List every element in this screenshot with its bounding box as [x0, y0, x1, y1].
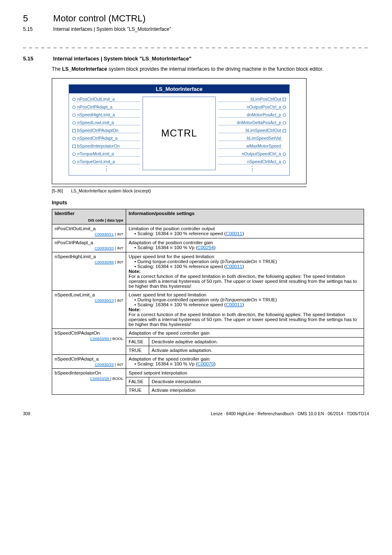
inline-link[interactable]: C00011: [226, 264, 242, 269]
info-cell-inner: Adaptation of the speed controller gainS…: [129, 356, 361, 366]
option-value-cell: Deactivate adaptive adaptation.: [149, 337, 364, 346]
figure-tag: [5-36]: [52, 188, 70, 193]
code-link[interactable]: C00833/28: [90, 376, 110, 381]
block-diagram-header: LS_MotorInterface: [69, 85, 289, 93]
info-bullets: During torque-controlled operation only …: [130, 297, 361, 307]
section-title: Internal interfaces | System block "LS_M…: [53, 56, 191, 62]
identifier-name: nSpeedLowLimit_a: [55, 292, 95, 297]
identifier-cell: nSpeedHighLimit_aC00830/88 | INT: [52, 252, 126, 290]
figure-caption: [5-36] LS_MotorInterface system block (e…: [52, 187, 307, 193]
chapter-heading: 5 Motor control (MCTRL): [23, 13, 369, 24]
page-footer: 308 Lenze · 8400 HighLine · Referenzhand…: [23, 411, 369, 416]
info-title: Adaptation of the speed controller gain: [129, 356, 361, 361]
info-cell: Lower speed limit for speed limitationDu…: [126, 290, 364, 328]
code-link[interactable]: C00830/88: [95, 260, 113, 264]
port-circle-icon: [72, 121, 76, 125]
table-row: bSpeedInterpolatorOnC00833/28 | BOOLSpee…: [52, 368, 364, 377]
port-line: nSpeedHighLimit_a: [72, 111, 140, 119]
port-line: dnMotorPosAct_p: [218, 111, 286, 119]
port-label: dnMotorPosAct_p: [218, 112, 283, 118]
port-label: nTorqueMotLimit_a: [76, 151, 140, 157]
footer-right: Lenze · 8400 HighLine · Referenzhandbuch…: [211, 411, 369, 416]
info-bullets: During torque-controlled operation only …: [130, 259, 361, 269]
port-circle-icon: [283, 121, 286, 125]
port-line: dnMotorDeltaPosAct_p: [218, 119, 286, 127]
info-bullet: Scaling: 16384 ≡ 100 % reference speed (…: [134, 231, 361, 236]
inputs-table: Identifier DIS code | data type Informat…: [52, 209, 364, 395]
info-cell-inner: Speed setpoint interpolation: [129, 370, 361, 375]
code-link[interactable]: C00830/20: [95, 246, 113, 250]
section-heading: 5.15 Internal interfaces | System block …: [23, 56, 369, 62]
chapter-number: 5: [23, 13, 52, 24]
identifier-code: C00830/25 | INT: [55, 362, 123, 367]
info-bullet: During torque-controlled operation only …: [134, 259, 361, 264]
option-key-cell: FALSE: [126, 377, 149, 386]
port-line: nSpeedLowLimit_a: [72, 119, 140, 127]
info-title: Speed setpoint interpolation: [129, 370, 361, 375]
info-cell: Adaptation of the speed controller gain: [126, 328, 364, 337]
port-line: nOutputSpeedCtrl_a: [218, 150, 286, 158]
right-port-column: bLimPosCtrlOutnOutputPosCtrl_adnMotorPos…: [218, 96, 286, 171]
info-bullet: Scaling: 16384 ≡ 100 % reference speed (…: [134, 302, 361, 307]
note-label: Note:: [129, 269, 361, 274]
port-circle-icon: [283, 153, 286, 156]
left-port-column: nPosCtrlOutLimit_anPosCtrlPAdapt_anSpeed…: [72, 96, 140, 171]
table-row: nSpeedCtrlPAdapt_aC00830/25 | INTAdaptat…: [52, 354, 364, 368]
identifier-name: bSpeedCtrlPAdaptOn: [55, 331, 100, 335]
vertical-dots-icon: ⋮: [72, 166, 140, 171]
info-cell-inner: Lower speed limit for speed limitationDu…: [129, 292, 361, 327]
th-dis-label: DIS code | data type: [55, 218, 123, 222]
intro-prefix: The: [52, 66, 62, 72]
identifier-code: C00833/69 | BOOL: [55, 336, 123, 341]
identifier-cell: nSpeedLowLimit_aC00830/23 | INT: [52, 290, 126, 328]
identifier-code: C00830/21 | INT: [55, 232, 123, 236]
option-key-cell: TRUE: [126, 386, 149, 394]
port-line: bSpeedCtrlPAdaptOn: [72, 127, 140, 134]
inline-link[interactable]: C00011: [226, 231, 242, 236]
identifier-name: nPosCtrlOutLimit_a: [55, 226, 96, 231]
port-circle-icon: [72, 153, 76, 156]
code-link[interactable]: C00833/69: [90, 336, 110, 341]
identifier-code: C00833/28 | BOOL: [55, 376, 123, 381]
section-number: 5.15: [23, 56, 52, 62]
port-label: nOutputSpeedCtrl_a: [218, 151, 283, 157]
info-title: Limitation of the position controller ou…: [129, 226, 361, 231]
port-label: bLimPosCtrlOut: [218, 97, 283, 102]
port-circle-icon: [72, 106, 76, 109]
inline-link[interactable]: C00011: [226, 302, 242, 307]
code-link[interactable]: C00830/23: [95, 298, 113, 303]
port-label: nSpeedHighLimit_a: [76, 112, 140, 118]
info-bullet: During torque-controlled operation only …: [134, 297, 361, 302]
info-bullets: Scaling: 16384 ≡ 100 % Vp (C00070): [130, 361, 361, 366]
identifier-cell: nSpeedCtrlPAdapt_aC00830/25 | INT: [52, 354, 126, 368]
code-link[interactable]: C00830/21: [95, 232, 113, 236]
info-cell-inner: Adaptation of the position controller ga…: [129, 240, 361, 250]
info-bullet: Scaling: 16384 ≡ 100 % reference speed (…: [134, 264, 361, 269]
info-bullet: Scaling: 16384 ≡ 100 % Vp (C00070): [134, 361, 361, 366]
port-line: bLimPosCtrlOut: [218, 96, 286, 103]
port-label: nOutputPosCtrl_a: [218, 104, 283, 110]
identifier-name: bSpeedInterpolatorOn: [55, 370, 101, 375]
info-title: Adaptation of the position controller ga…: [129, 240, 361, 245]
block-diagram-frame: LS_MotorInterface nPosCtrlOutLimit_anPos…: [52, 78, 307, 184]
figure-caption-text: LS_MotorInterface system block (excerpt): [71, 188, 151, 193]
inline-link[interactable]: C00070: [197, 361, 214, 366]
port-circle-icon: [72, 137, 76, 140]
note-body: For a correct function of the speed limi…: [129, 274, 361, 289]
port-label: nTorqueGenLimit_a: [76, 159, 140, 164]
block-diagram-body: nPosCtrlOutLimit_anPosCtrlPAdapt_anSpeed…: [69, 93, 289, 175]
port-label: nSpeedCtrlIAct_a: [218, 159, 283, 164]
identifier-cell: bSpeedInterpolatorOnC00833/28 | BOOL: [52, 368, 126, 394]
option-value-cell: Activate interpolation: [149, 386, 364, 394]
port-circle-icon: [72, 98, 76, 101]
inline-link[interactable]: C00254: [197, 245, 214, 250]
info-cell: Adaptation of the speed controller gainS…: [126, 354, 364, 368]
code-link[interactable]: C00830/25: [95, 362, 113, 367]
note-body: For a correct function of the speed limi…: [129, 312, 361, 327]
info-bullets: Scaling: 16384 ≡ 100 % reference speed (…: [130, 231, 361, 236]
identifier-name: nSpeedCtrlPAdapt_a: [55, 356, 99, 361]
identifier-cell: bSpeedCtrlPAdaptOnC00833/69 | BOOL: [52, 328, 126, 354]
info-cell: Adaptation of the position controller ga…: [126, 238, 364, 252]
note-label: Note:: [129, 307, 361, 312]
inputs-heading: Inputs: [52, 200, 369, 206]
